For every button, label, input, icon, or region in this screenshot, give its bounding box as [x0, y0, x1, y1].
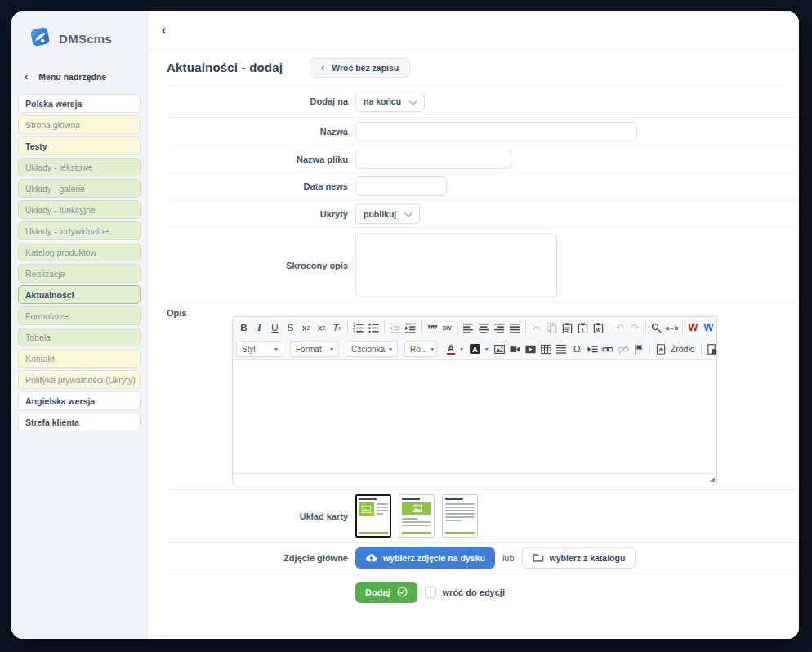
word-blue-icon[interactable]: W: [701, 319, 716, 336]
cut-icon[interactable]: ✂: [529, 319, 544, 336]
find-icon[interactable]: [649, 319, 664, 336]
align-justify-icon[interactable]: [507, 319, 523, 336]
brand[interactable]: DMScms: [11, 11, 147, 62]
outdent-icon[interactable]: [387, 319, 403, 336]
toolbar-separator: [347, 322, 348, 334]
blockquote-icon[interactable]: ””: [424, 319, 439, 336]
replace-icon[interactable]: a↔b: [664, 319, 680, 336]
card-layout-option-2[interactable]: [399, 494, 435, 538]
styl-dropdown[interactable]: Styl▾: [236, 341, 283, 357]
or-text: lub: [502, 553, 515, 563]
rozmiar-dropdown-label: Ro...: [410, 345, 427, 354]
text-color-icon[interactable]: A▾: [444, 341, 466, 357]
add-button[interactable]: Dodaj: [355, 582, 417, 603]
bg-color-icon[interactable]: A▾: [466, 341, 492, 357]
form-row-zdjecie-glowne: Zdjęcie główne wybierz zdjęcie na dysku …: [167, 543, 799, 574]
sidebar: DMScms ‹ Menu nadrzędne Polska wersjaStr…: [11, 11, 148, 639]
card-layout-option-1[interactable]: [355, 494, 391, 538]
folder-icon: [533, 553, 544, 564]
sidebar-item-testy[interactable]: Testy: [18, 136, 141, 155]
czcionka-dropdown-label: Czcionka: [351, 345, 385, 354]
nazwa-label: Nazwa: [167, 127, 348, 136]
card-layout-option-3[interactable]: [442, 494, 478, 538]
editor-content[interactable]: [233, 360, 716, 473]
word-red-icon[interactable]: W: [685, 319, 701, 336]
remove-format-icon[interactable]: Tx: [329, 319, 345, 336]
resize-handle-icon[interactable]: ◢: [710, 476, 715, 483]
div-container-icon[interactable]: DIV: [439, 319, 455, 336]
sidebar-item-układy-tekstowe[interactable]: Układy - tekstowe: [18, 158, 141, 176]
return-to-edit-checkbox[interactable]: [425, 587, 436, 598]
slideshow-icon[interactable]: [507, 341, 523, 357]
choose-from-catalog-button[interactable]: wybierz z katalogu: [522, 547, 636, 569]
horizontal-rule-icon[interactable]: [554, 341, 569, 357]
sidebar-item-tabela[interactable]: Tabela: [18, 328, 141, 346]
undo-icon[interactable]: ↶: [612, 319, 627, 336]
indent-icon[interactable]: [403, 319, 418, 336]
special-char-icon[interactable]: Ω: [569, 341, 585, 357]
source-button[interactable]: aŹródło: [653, 341, 698, 357]
rozmiar-dropdown[interactable]: Ro...▾: [404, 341, 437, 357]
sidebar-item-strona-główna[interactable]: Strona główna: [18, 115, 141, 134]
table-icon[interactable]: [538, 341, 554, 357]
sidebar-item-katalog-produktów[interactable]: Katalog produktów: [18, 243, 141, 261]
anchor-icon[interactable]: [631, 341, 647, 357]
data-news-input[interactable]: [355, 176, 447, 196]
czcionka-dropdown[interactable]: Czcionka▾: [346, 341, 398, 357]
dodaj-na-select[interactable]: na końcu: [355, 92, 425, 112]
preview-icon[interactable]: [704, 341, 716, 357]
paste-icon[interactable]: [560, 319, 575, 336]
subscript-icon[interactable]: x2: [298, 319, 314, 336]
sidebar-item-aktualności[interactable]: Aktualności: [18, 285, 141, 304]
nazwa-pliku-input[interactable]: [355, 150, 511, 169]
image-icon[interactable]: [492, 341, 507, 357]
paste-text-icon[interactable]: T: [575, 319, 591, 336]
ukryty-select[interactable]: publikuj: [355, 203, 420, 224]
sidebar-menu: Polska wersjaStrona głównaTestyUkłady - …: [11, 91, 147, 431]
sidebar-item-realizacje[interactable]: Realizacje: [18, 264, 141, 283]
back-icon[interactable]: ‹: [162, 23, 166, 38]
form-row-data-news: Data news: [167, 173, 799, 200]
numbered-list-icon[interactable]: 123: [350, 319, 366, 336]
sidebar-item-strefa-klienta[interactable]: Strefa klienta: [18, 413, 141, 431]
upload-from-disk-button[interactable]: wybierz zdjęcie na dysku: [355, 547, 495, 569]
sidebar-item-kontakt[interactable]: Kontakt: [18, 349, 141, 368]
italic-icon[interactable]: I: [252, 319, 267, 336]
format-dropdown[interactable]: Format▾: [290, 341, 339, 357]
copy-icon[interactable]: [544, 319, 560, 336]
link-icon[interactable]: [600, 341, 616, 357]
sidebar-item-układy-funkcyjne[interactable]: Układy - funkcyjne: [18, 200, 141, 219]
sidebar-item-polityka-prywatności-ukryty-[interactable]: Polityka prywatności (Ukryty): [18, 370, 141, 389]
align-left-icon[interactable]: [461, 319, 476, 336]
underline-icon[interactable]: U: [267, 319, 283, 336]
align-center-icon[interactable]: [476, 319, 492, 336]
media-embed-icon[interactable]: [523, 341, 538, 357]
thumb-title-bar: [445, 498, 463, 500]
align-right-icon[interactable]: [492, 319, 507, 336]
template-icon[interactable]: [585, 341, 600, 357]
sidebar-item-układy-galerie[interactable]: Układy - galerie: [18, 179, 141, 198]
parent-menu-button[interactable]: ‹ Menu nadrzędne: [11, 62, 147, 91]
redo-icon[interactable]: ↷: [627, 319, 643, 336]
unlink-icon[interactable]: [616, 341, 631, 357]
sidebar-item-angielska-wersja[interactable]: Angielska wersja: [18, 391, 141, 410]
sidebar-item-polska-wersja[interactable]: Polska wersja: [18, 94, 141, 113]
paste-word-icon[interactable]: W: [591, 319, 606, 336]
styl-dropdown-label: Styl: [242, 345, 256, 354]
nazwa-input[interactable]: [355, 122, 637, 141]
bold-icon[interactable]: B: [236, 319, 252, 336]
sidebar-item-formularze[interactable]: Formularze: [18, 306, 141, 325]
bulleted-list-icon[interactable]: [366, 319, 381, 336]
thumb-text-line: [445, 516, 475, 518]
page-title: Aktualności - dodaj: [167, 60, 283, 74]
strike-icon[interactable]: S: [283, 319, 298, 336]
toolbar-separator: [525, 322, 526, 334]
skrocony-opis-textarea[interactable]: [355, 234, 557, 297]
thumb-accent-strip: [359, 532, 388, 534]
superscript-icon[interactable]: x2: [314, 319, 329, 336]
thumb-text-line: [377, 507, 388, 508]
sidebar-item-układy-indywidualne[interactable]: Układy - indywidualne: [18, 221, 141, 240]
back-without-save-button[interactable]: ‹ Wróć bez zapisu: [310, 58, 410, 78]
chevron-left-icon: ‹: [25, 70, 28, 83]
form-row-skrocony-opis: Skrocony opis: [167, 228, 799, 303]
